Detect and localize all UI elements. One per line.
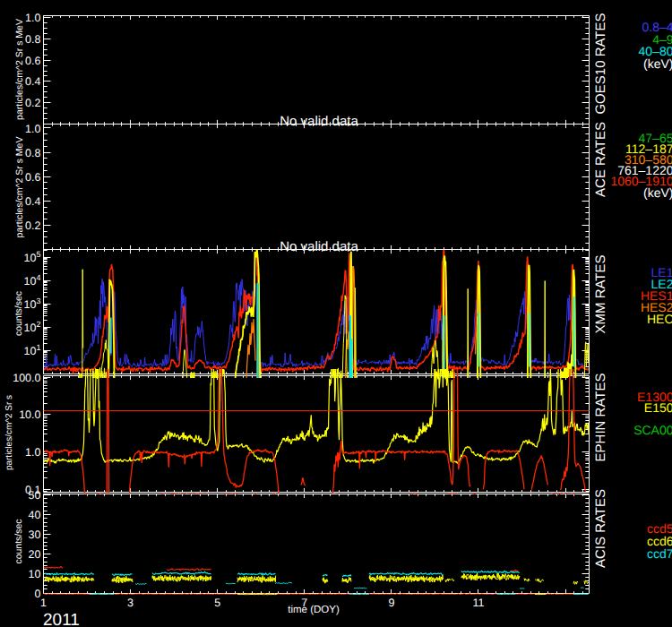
svg-text:0.6: 0.6: [25, 55, 40, 67]
svg-text:0.8: 0.8: [25, 33, 40, 46]
svg-text:0.8: 0.8: [25, 147, 40, 159]
svg-text:3: 3: [127, 597, 134, 609]
svg-text:10.0: 10.0: [19, 408, 40, 421]
svg-text:0.2: 0.2: [25, 219, 40, 232]
svg-text:(keV): (keV): [643, 56, 672, 71]
svg-text:HEC: HEC: [647, 312, 672, 326]
svg-text:1.0: 1.0: [25, 446, 40, 459]
svg-text:20: 20: [29, 548, 41, 561]
svg-text:particles/cm^2 Sr s MeV: particles/cm^2 Sr s MeV: [14, 137, 25, 238]
svg-text:counts/sec: counts/sec: [13, 291, 24, 336]
svg-text:1.0: 1.0: [25, 123, 40, 135]
svg-text:No valid data: No valid data: [280, 239, 358, 254]
svg-text:5: 5: [214, 597, 220, 609]
svg-text:particles/cm^2 Sr s: particles/cm^2 Sr s: [4, 395, 14, 470]
svg-text:particles/cm^2 Sr s MeV: particles/cm^2 Sr s MeV: [14, 19, 25, 120]
svg-text:SCA00: SCA00: [633, 423, 672, 437]
svg-text:ACIS RATES: ACIS RATES: [593, 489, 608, 568]
svg-text:ACE RATES: ACE RATES: [593, 122, 608, 197]
svg-text:2011: 2011: [43, 611, 80, 627]
svg-text:GOES10 RATES: GOES10 RATES: [593, 13, 608, 114]
svg-text:30: 30: [29, 528, 41, 541]
svg-text:9: 9: [388, 597, 394, 609]
svg-text:(keV): (keV): [643, 185, 672, 200]
svg-text:time (DOY): time (DOY): [288, 605, 340, 615]
svg-text:E150: E150: [644, 400, 672, 415]
svg-text:ccd7: ccd7: [647, 546, 672, 561]
svg-text:1.0: 1.0: [25, 12, 40, 24]
svg-text:counts/sec: counts/sec: [13, 519, 24, 563]
svg-text:EPHIN RATES: EPHIN RATES: [593, 374, 608, 462]
svg-text:100.0: 100.0: [13, 372, 40, 384]
svg-text:10: 10: [29, 568, 41, 580]
svg-text:No valid data: No valid data: [280, 114, 358, 129]
svg-text:50: 50: [29, 489, 41, 502]
svg-text:11: 11: [473, 597, 485, 609]
svg-text:0.6: 0.6: [25, 171, 40, 184]
svg-text:0.2: 0.2: [25, 97, 40, 109]
svg-text:0.4: 0.4: [25, 195, 40, 208]
svg-text:XMM RATES: XMM RATES: [593, 254, 608, 333]
svg-text:0.4: 0.4: [25, 75, 40, 88]
svg-text:1: 1: [40, 597, 47, 609]
svg-text:40: 40: [29, 509, 41, 521]
